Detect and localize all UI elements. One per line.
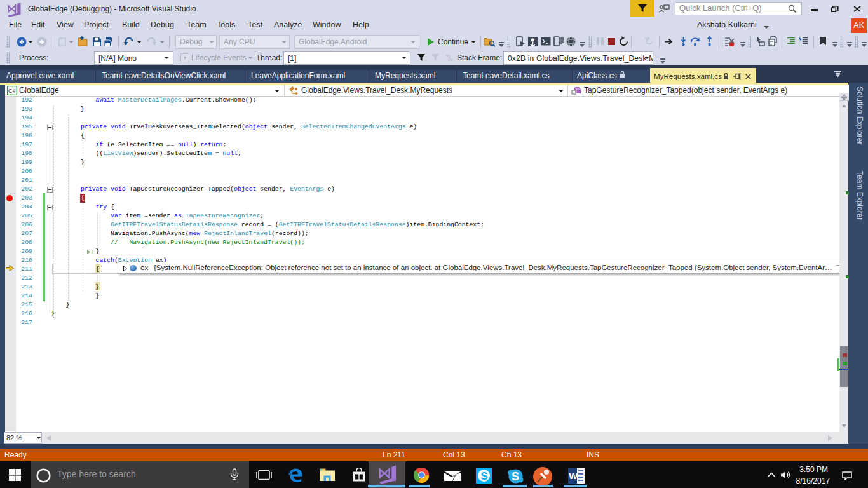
svg-text:C#: C#: [8, 88, 16, 94]
svg-text:W: W: [569, 470, 578, 481]
svg-text:S: S: [512, 470, 519, 483]
svg-text:S: S: [481, 470, 488, 482]
